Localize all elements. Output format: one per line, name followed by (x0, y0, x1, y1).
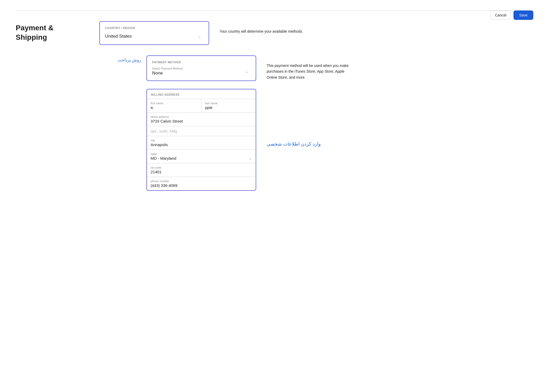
payment-farsi-label-wrapper: روش پرداخت (99, 55, 146, 62)
phone-field: phone number (443) 336-4069 (147, 177, 256, 190)
billing-header-label: BILLING ADDRESS (151, 93, 251, 96)
city-field: city Annapolis (147, 136, 256, 150)
country-section-row: COUNTRY / REGION United States ⌄ Your co… (99, 21, 533, 45)
page-title: Payment & Shipping (16, 23, 89, 42)
billing-card: BILLING ADDRESS first name ic last name … (146, 89, 256, 191)
payment-farsi-label: روش پرداخت (118, 58, 141, 62)
cancel-button[interactable]: Cancel (490, 11, 511, 20)
payment-method-label: PAYMENT METHOD (152, 61, 250, 64)
payment-method-outer-row: روش پرداخت PAYMENT METHOD Select Payment… (99, 55, 533, 81)
name-row: first name ic last name pple (147, 99, 256, 113)
payment-method-card: PAYMENT METHOD Select Payment Method Non… (146, 55, 256, 81)
country-card: COUNTRY / REGION United States ⌄ (99, 21, 209, 45)
payment-selected-value: None (152, 71, 163, 76)
street-address-label: street address (151, 115, 252, 118)
city-label: city (151, 139, 252, 142)
billing-annotation-wrapper: وارد کردن اطلاعات شخصی (267, 89, 321, 147)
main-layout: Payment & Shipping COUNTRY / REGION Unit… (16, 21, 533, 191)
state-chevron-icon: ⌄ (249, 152, 252, 160)
payment-select-wrapper: Select Payment Method None ⌄ (152, 67, 250, 76)
state-field-content: state MD - Maryland (151, 152, 249, 160)
header-buttons: Cancel Save (490, 10, 533, 20)
country-field-label: COUNTRY / REGION (105, 26, 203, 30)
state-field: state MD - Maryland ⌄ (147, 150, 256, 163)
zip-value[interactable]: 21401 (151, 170, 252, 174)
billing-header: BILLING ADDRESS (147, 89, 256, 99)
first-name-value[interactable]: ic (151, 105, 198, 110)
payment-description: This payment method will be used when yo… (267, 55, 356, 80)
last-name-label: last name (205, 102, 252, 105)
content-area: COUNTRY / REGION United States ⌄ Your co… (89, 21, 533, 191)
street-address-field: street address 3733 Calvin Street (147, 113, 256, 126)
state-label: state (151, 152, 249, 155)
save-button[interactable]: Save (513, 10, 533, 20)
last-name-value[interactable]: pple (205, 105, 252, 110)
phone-label: phone number (151, 180, 252, 183)
state-field-inner: state MD - Maryland ⌄ (151, 152, 252, 160)
billing-inner: BILLING ADDRESS first name ic last name … (146, 89, 321, 191)
billing-farsi-label: وارد کردن اطلاعات شخصی (267, 141, 321, 147)
phone-value[interactable]: (443) 336-4069 (151, 183, 252, 188)
left-sidebar: Payment & Shipping (16, 21, 89, 191)
country-description: Your country will determine your availab… (220, 21, 303, 34)
billing-outer-row: BILLING ADDRESS first name ic last name … (99, 89, 533, 191)
payment-method-inner: PAYMENT METHOD Select Payment Method Non… (146, 55, 356, 81)
country-select[interactable]: United States (105, 33, 203, 40)
apt-placeholder: apt., suite, bldg (151, 129, 252, 133)
zip-field: zip code 21401 (147, 163, 256, 177)
country-select-wrapper: United States ⌄ (105, 33, 203, 40)
top-divider (16, 10, 533, 11)
payment-sub-label: Select Payment Method (152, 67, 250, 70)
state-value[interactable]: MD - Maryland (151, 156, 249, 160)
first-name-label: first name (151, 102, 198, 105)
first-name-field: first name ic (147, 99, 202, 112)
last-name-field: last name pple (202, 99, 256, 112)
zip-label: zip code (151, 166, 252, 169)
city-value[interactable]: Annapolis (151, 142, 252, 147)
page-container: Cancel Save Payment & Shipping COUNTRY /… (0, 0, 549, 392)
apt-field[interactable]: apt., suite, bldg (147, 126, 256, 136)
street-address-value[interactable]: 3733 Calvin Street (151, 119, 252, 123)
